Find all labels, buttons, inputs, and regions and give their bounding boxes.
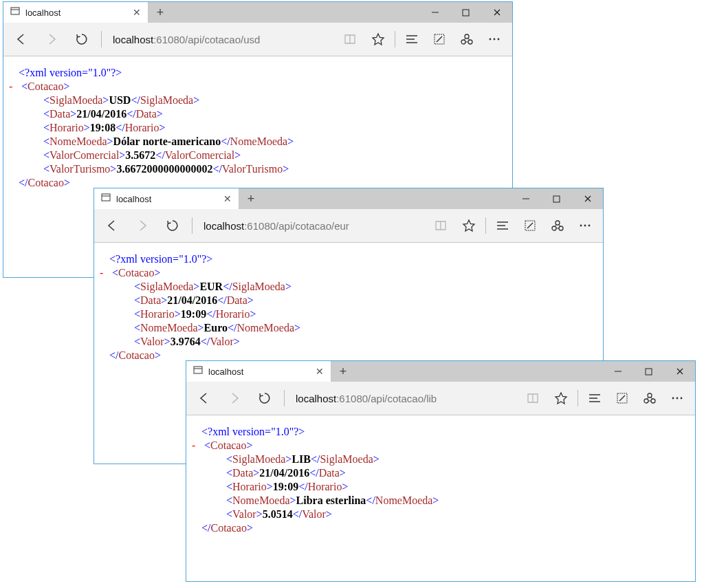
page-icon bbox=[101, 193, 111, 205]
xml-element: <Horario>19:08</Horario> bbox=[43, 121, 507, 135]
refresh-button[interactable] bbox=[251, 384, 278, 412]
toolbar: localhost:61080/api/cotacao/eur bbox=[94, 209, 603, 243]
maximize-button[interactable] bbox=[450, 2, 481, 23]
close-tab-icon[interactable]: ✕ bbox=[133, 7, 141, 18]
more-icon[interactable] bbox=[481, 25, 508, 53]
address-bar[interactable]: localhost:61080/api/cotacao/usd bbox=[107, 34, 334, 45]
window-controls bbox=[419, 2, 512, 23]
svg-point-44 bbox=[651, 399, 655, 403]
url-host: localhost bbox=[296, 393, 336, 404]
xml-element: <Valor>5.0514</Valor> bbox=[226, 508, 690, 521]
more-icon[interactable] bbox=[571, 212, 599, 239]
url-host: localhost bbox=[113, 34, 153, 45]
web-note-icon[interactable] bbox=[516, 212, 544, 239]
reading-view-icon[interactable] bbox=[428, 212, 455, 239]
hub-icon[interactable] bbox=[489, 212, 516, 239]
page-content: <?xml version="1.0"?> - <Cotacao> <Sigla… bbox=[94, 243, 603, 372]
url-path: :61080/api/cotacao/eur bbox=[244, 220, 349, 232]
separator bbox=[192, 217, 192, 234]
url-path: :61080/api/cotacao/usd bbox=[153, 34, 260, 45]
browser-tab[interactable]: localhost ✕ bbox=[186, 361, 331, 382]
forward-button[interactable] bbox=[129, 212, 156, 239]
minimize-button[interactable] bbox=[419, 2, 450, 23]
xml-element: <Valor>3.9764</Valor> bbox=[134, 335, 597, 349]
forward-button[interactable] bbox=[221, 384, 248, 412]
svg-rect-32 bbox=[194, 367, 202, 373]
xml-root-close: </Cotacao> bbox=[201, 521, 690, 535]
separator bbox=[578, 390, 578, 406]
titlebar: localhost ✕ + bbox=[3, 2, 512, 23]
hub-icon[interactable] bbox=[581, 384, 608, 412]
titlebar-background[interactable]: + bbox=[239, 188, 603, 209]
svg-point-12 bbox=[468, 40, 472, 44]
titlebar-background[interactable]: + bbox=[148, 2, 512, 23]
page-icon bbox=[193, 365, 203, 378]
web-note-icon[interactable] bbox=[426, 25, 453, 53]
browser-window: localhost ✕ + localhost:61080/api/cotaca… bbox=[186, 360, 696, 582]
address-bar[interactable]: localhost:61080/api/cotacao/eur bbox=[198, 220, 425, 232]
svg-rect-19 bbox=[553, 196, 560, 202]
xml-element: <Horario>19:09</Horario> bbox=[134, 307, 597, 321]
close-window-button[interactable] bbox=[664, 361, 695, 382]
toolbar: localhost:61080/api/cotacao/usd bbox=[3, 23, 512, 56]
xml-element: <Data>21/04/2016</Data> bbox=[226, 466, 690, 480]
close-window-button[interactable] bbox=[572, 188, 603, 209]
svg-point-45 bbox=[672, 398, 674, 400]
reading-view-icon[interactable] bbox=[520, 384, 547, 412]
hub-icon[interactable] bbox=[398, 25, 426, 53]
separator bbox=[485, 217, 486, 234]
browser-tab[interactable]: localhost ✕ bbox=[94, 188, 239, 209]
share-icon[interactable] bbox=[453, 25, 481, 53]
web-note-icon[interactable] bbox=[608, 384, 636, 412]
svg-rect-0 bbox=[11, 8, 19, 14]
tab-title: localhost bbox=[116, 194, 151, 204]
new-tab-button[interactable]: + bbox=[148, 2, 172, 23]
svg-point-28 bbox=[559, 226, 563, 230]
refresh-button[interactable] bbox=[159, 212, 186, 239]
svg-point-29 bbox=[580, 225, 582, 227]
window-controls bbox=[602, 361, 695, 382]
xml-element: <NomeMoeda>Euro</NomeMoeda> bbox=[134, 321, 597, 335]
minimize-button[interactable] bbox=[510, 188, 541, 209]
xml-fields: <SiglaMoeda>EUR</SiglaMoeda><Data>21/04/… bbox=[100, 280, 597, 349]
more-icon[interactable] bbox=[663, 384, 691, 412]
minimize-button[interactable] bbox=[602, 361, 633, 382]
forward-button[interactable] bbox=[38, 25, 65, 53]
svg-point-46 bbox=[676, 398, 679, 400]
share-icon[interactable] bbox=[636, 384, 663, 412]
svg-point-27 bbox=[552, 226, 556, 230]
xml-fields: <SiglaMoeda>USD</SiglaMoeda><Data>21/04/… bbox=[9, 94, 507, 176]
maximize-button[interactable] bbox=[541, 188, 572, 209]
maximize-button[interactable] bbox=[633, 361, 664, 382]
favorites-star-icon[interactable] bbox=[364, 25, 392, 53]
titlebar-background[interactable]: + bbox=[331, 361, 695, 382]
share-icon[interactable] bbox=[544, 212, 571, 239]
svg-rect-35 bbox=[646, 369, 652, 375]
close-window-button[interactable] bbox=[481, 2, 512, 23]
xml-element: <SiglaMoeda>EUR</SiglaMoeda> bbox=[134, 280, 597, 294]
reading-view-icon[interactable] bbox=[337, 25, 364, 53]
new-tab-button[interactable]: + bbox=[239, 188, 263, 209]
titlebar: localhost ✕ + bbox=[186, 361, 695, 382]
xml-root-open: - <Cotacao> bbox=[100, 266, 597, 280]
xml-declaration: <?xml version="1.0"?> bbox=[201, 425, 690, 439]
close-tab-icon[interactable]: ✕ bbox=[316, 366, 324, 377]
refresh-button[interactable] bbox=[68, 25, 96, 53]
xml-element: <SiglaMoeda>LIB</SiglaMoeda> bbox=[226, 453, 690, 466]
back-button[interactable] bbox=[98, 212, 126, 239]
toolbar-right bbox=[428, 212, 599, 239]
page-icon bbox=[10, 6, 20, 19]
svg-point-30 bbox=[584, 225, 586, 227]
xml-element: <SiglaMoeda>USD</SiglaMoeda> bbox=[43, 94, 507, 107]
new-tab-button[interactable]: + bbox=[331, 361, 355, 382]
favorites-star-icon[interactable] bbox=[547, 384, 575, 412]
toolbar: localhost:61080/api/cotacao/lib bbox=[186, 382, 695, 415]
browser-tab[interactable]: localhost ✕ bbox=[3, 2, 148, 23]
svg-rect-16 bbox=[102, 194, 110, 201]
address-bar[interactable]: localhost:61080/api/cotacao/lib bbox=[290, 393, 517, 404]
close-tab-icon[interactable]: ✕ bbox=[223, 193, 232, 204]
back-button[interactable] bbox=[190, 384, 218, 412]
back-button[interactable] bbox=[8, 25, 35, 53]
favorites-star-icon[interactable] bbox=[455, 212, 483, 239]
separator bbox=[395, 31, 395, 47]
